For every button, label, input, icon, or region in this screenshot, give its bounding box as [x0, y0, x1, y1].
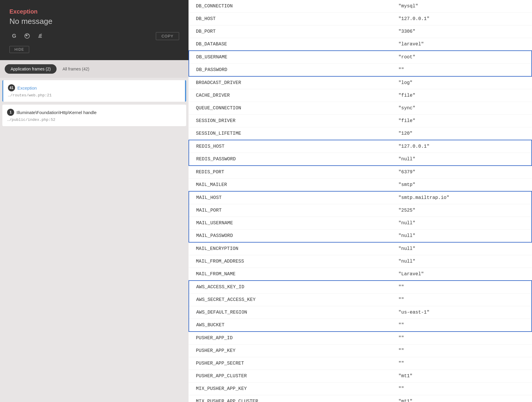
error-type: Exception — [9, 8, 179, 15]
env-key: QUEUE_CONNECTION — [189, 102, 391, 115]
env-value: "log" — [391, 76, 532, 89]
env-key: MAIL_USERNAME — [189, 217, 391, 230]
env-key: BROADCAST_DRIVER — [189, 76, 391, 89]
env-key: MAIL_FROM_ADDRESS — [189, 255, 391, 268]
frame-item[interactable]: 41 Exception …/routes/web.php:21 — [2, 80, 186, 102]
env-value: "" — [391, 294, 532, 306]
error-icons-row: G COPY — [9, 31, 179, 41]
frame-file: …/public/index.php:52 — [7, 118, 181, 122]
svg-rect-4 — [39, 35, 42, 36]
svg-rect-5 — [39, 34, 42, 35]
env-key: MAIL_ENCRYPTION — [189, 242, 391, 255]
error-header: Exception No message G COPY H — [0, 0, 189, 60]
env-value: "" — [391, 357, 532, 370]
frame-title: Exception — [17, 85, 37, 90]
env-key: DB_USERNAME — [189, 51, 391, 64]
error-message: No message — [9, 17, 179, 26]
env-value: "file" — [391, 115, 532, 127]
env-key: DB_DATABASE — [189, 38, 391, 51]
env-value: "2525" — [391, 204, 532, 217]
env-key: MIX_PUSHER_APP_CLUSTER — [189, 395, 391, 402]
env-key: REDIS_PORT — [189, 166, 391, 179]
env-key: CACHE_DRIVER — [189, 89, 391, 102]
hide-button[interactable]: HIDE — [9, 46, 29, 53]
env-value: "" — [391, 64, 532, 77]
env-value: "laravel" — [391, 38, 532, 51]
duck-search-icon[interactable] — [22, 31, 32, 41]
svg-rect-2 — [38, 37, 42, 38]
env-key: AWS_SECRET_ACCESS_KEY — [189, 294, 391, 306]
env-value: "" — [391, 281, 532, 294]
env-value: "mt1" — [391, 395, 532, 402]
frame-file: …/routes/web.php:21 — [8, 93, 181, 98]
env-key: MIX_PUSHER_APP_KEY — [189, 383, 391, 395]
frame-number: 41 — [8, 84, 15, 91]
env-value: "null" — [391, 217, 532, 230]
env-key: AWS_ACCESS_KEY_ID — [189, 281, 391, 294]
env-key: SESSION_LIFETIME — [189, 127, 391, 140]
env-key: DB_PASSWORD — [189, 64, 391, 77]
svg-rect-3 — [39, 36, 42, 37]
frames-toggle: Application frames (2) All frames (42) — [0, 60, 189, 78]
env-value: "6379" — [391, 166, 532, 179]
env-value: "mysql" — [391, 0, 532, 13]
env-value: "null" — [391, 242, 532, 255]
active-indicator — [185, 80, 186, 102]
frame-item[interactable]: 1 Illuminate\Foundation\Http\Kernel hand… — [2, 105, 186, 126]
env-key: DB_HOST — [189, 13, 391, 25]
env-key: REDIS_HOST — [189, 140, 391, 153]
frame-number: 1 — [7, 109, 14, 116]
env-key: MAIL_MAILER — [189, 179, 391, 192]
copy-button[interactable]: COPY — [156, 32, 179, 40]
stack-overflow-icon[interactable] — [35, 31, 45, 41]
env-key: MAIL_FROM_NAME — [189, 268, 391, 281]
env-value: "" — [391, 383, 532, 395]
env-value: "smtp.mailtrap.io" — [391, 191, 532, 204]
right-panel: DB_CONNECTION"mysql"DB_HOST"127.0.0.1"DB… — [189, 0, 532, 402]
frames-list: 41 Exception …/routes/web.php:21 1 Illum… — [0, 78, 189, 402]
env-value: "null" — [391, 230, 532, 243]
svg-point-1 — [26, 34, 27, 36]
all-frames-button[interactable]: All frames (42) — [57, 64, 95, 74]
env-value: "3306" — [391, 25, 532, 38]
frame-title: Illuminate\Foundation\Http\Kernel handle — [16, 110, 97, 115]
env-value: "null" — [391, 153, 532, 166]
env-key: MAIL_HOST — [189, 191, 391, 204]
env-value: "" — [391, 319, 532, 332]
app-frames-button[interactable]: Application frames (2) — [5, 64, 57, 74]
env-value: "" — [391, 345, 532, 357]
left-panel: Exception No message G COPY H — [0, 0, 189, 402]
env-key: AWS_DEFAULT_REGION — [189, 306, 391, 319]
env-key: SESSION_DRIVER — [189, 115, 391, 127]
env-value: "120" — [391, 127, 532, 140]
env-key: PUSHER_APP_SECRET — [189, 357, 391, 370]
env-key: PUSHER_APP_KEY — [189, 345, 391, 357]
env-key: PUSHER_APP_CLUSTER — [189, 370, 391, 383]
env-value: "sync" — [391, 102, 532, 115]
env-value: "file" — [391, 89, 532, 102]
env-key: MAIL_PASSWORD — [189, 230, 391, 243]
env-value: "root" — [391, 51, 532, 64]
env-value: "us-east-1" — [391, 306, 532, 319]
env-key: DB_PORT — [189, 25, 391, 38]
env-key: PUSHER_APP_ID — [189, 332, 391, 345]
env-value: "" — [391, 332, 532, 345]
env-value: "smtp" — [391, 179, 532, 192]
env-value: "127.0.0.1" — [391, 140, 532, 153]
env-key: REDIS_PASSWORD — [189, 153, 391, 166]
env-value: "127.0.0.1" — [391, 13, 532, 25]
env-key: DB_CONNECTION — [189, 0, 391, 13]
env-key: AWS_BUCKET — [189, 319, 391, 332]
google-icon[interactable]: G — [9, 31, 19, 41]
env-value: "Laravel" — [391, 268, 532, 281]
env-key: MAIL_PORT — [189, 204, 391, 217]
env-table: DB_CONNECTION"mysql"DB_HOST"127.0.0.1"DB… — [189, 0, 532, 402]
env-value: "mt1" — [391, 370, 532, 383]
env-value: "null" — [391, 255, 532, 268]
